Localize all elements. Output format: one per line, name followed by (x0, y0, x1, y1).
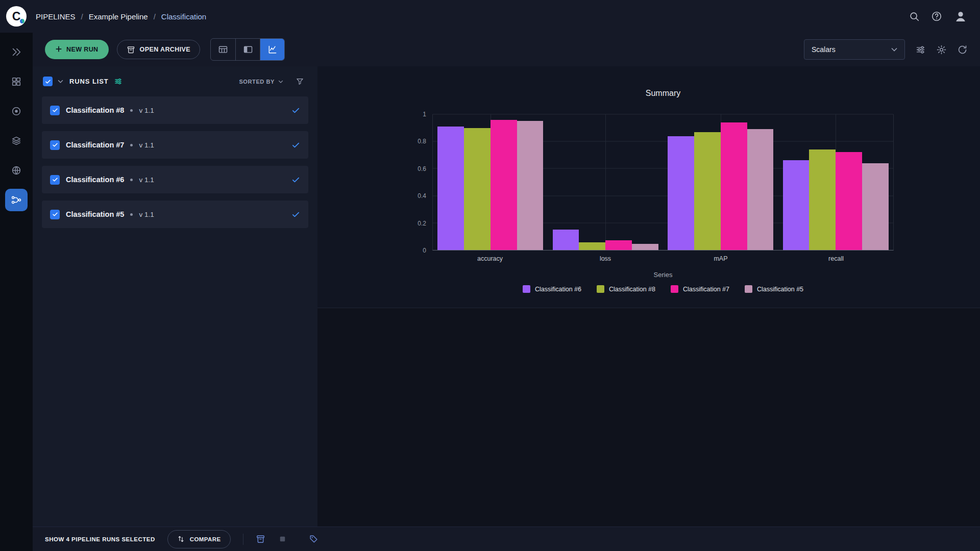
new-run-button[interactable]: NEW RUN (45, 40, 109, 59)
projects-icon (11, 46, 22, 58)
legend-label: Classification #7 (683, 286, 729, 293)
x-tick-label: mAP (663, 255, 778, 262)
compare-label: COMPARE (190, 536, 221, 542)
separator-dot (130, 213, 133, 216)
x-axis-labels: accuracylossmAPrecall (432, 255, 894, 262)
filter-funnel-icon[interactable] (296, 77, 304, 86)
run-version: v 1.1 (139, 107, 154, 114)
bar-classification-5-loss[interactable] (632, 244, 658, 250)
bar-classification-5-accuracy[interactable] (517, 121, 544, 250)
select-all-caret-icon[interactable] (58, 80, 63, 83)
main-area: Summary 00.20.40.60.81 accuracylossmAPre… (317, 66, 980, 527)
reports-icon (11, 76, 22, 87)
run-name[interactable]: Classification #8 (66, 106, 124, 114)
sorted-by-dropdown[interactable]: SORTED BY (239, 79, 283, 85)
runs-settings-icon[interactable] (114, 77, 122, 86)
sidebar-item-reports[interactable] (5, 70, 28, 93)
bar-classification-8-accuracy[interactable] (464, 128, 491, 250)
runs-list-panel: RUNS LIST SORTED BY Classification #8 (33, 66, 317, 527)
sidebar-item-projects[interactable] (5, 41, 28, 63)
help-icon[interactable] (931, 11, 942, 22)
y-tick-label: 1 (423, 111, 426, 118)
run-selected-check-icon (291, 141, 300, 149)
bar-classification-8-mAP[interactable] (694, 132, 721, 250)
legend-item[interactable]: Classification #7 (671, 285, 729, 293)
footer-divider (243, 534, 243, 545)
run-name[interactable]: Classification #6 (66, 176, 124, 184)
top-bar: C PIPELINESExample PipelineClassificatio… (0, 0, 980, 33)
select-all-checkbox[interactable] (43, 77, 53, 86)
split-view-icon[interactable] (235, 39, 260, 60)
sidebar-item-pipelines[interactable] (5, 189, 28, 211)
sidebar-item-models[interactable] (5, 159, 28, 182)
toolbar: NEW RUN OPEN ARCHIVE (33, 33, 980, 66)
run-checkbox[interactable] (50, 140, 60, 150)
settings-gear-icon[interactable] (936, 44, 947, 55)
tasks-icon (11, 106, 22, 117)
bar-classification-6-accuracy[interactable] (437, 127, 464, 250)
bar-classification-7-recall[interactable] (836, 152, 862, 250)
run-list-item[interactable]: Classification #6 v 1.1 (42, 166, 308, 193)
sidebar-item-tasks[interactable] (5, 100, 28, 122)
open-archive-button[interactable]: OPEN ARCHIVE (117, 40, 201, 59)
bar-classification-5-mAP[interactable] (747, 129, 774, 250)
bar-classification-5-recall[interactable] (862, 163, 889, 250)
tune-icon[interactable] (915, 44, 926, 55)
auto-refresh-icon[interactable] (957, 44, 968, 55)
sorted-by-label: SORTED BY (239, 79, 275, 85)
bar-groups (433, 114, 893, 250)
bar-classification-6-recall[interactable] (783, 160, 810, 250)
archive-icon[interactable] (256, 534, 265, 544)
plot-area (432, 114, 894, 251)
breadcrumb: PIPELINESExample PipelineClassification (36, 12, 206, 21)
y-axis: 00.20.40.60.81 (404, 114, 432, 251)
bar-classification-8-loss[interactable] (579, 242, 605, 250)
run-name[interactable]: Classification #7 (66, 141, 124, 149)
y-tick-label: 0.4 (418, 192, 426, 199)
run-selected-check-icon (291, 106, 300, 115)
bar-classification-8-recall[interactable] (809, 149, 836, 250)
legend-item[interactable]: Classification #6 (523, 285, 581, 293)
bar-classification-6-loss[interactable] (553, 230, 579, 250)
run-list-item[interactable]: Classification #7 v 1.1 (42, 131, 308, 159)
sidebar-nav (0, 33, 33, 551)
archive-icon (127, 45, 135, 54)
workspace: RUNS LIST SORTED BY Classification #8 (33, 66, 980, 527)
run-list-item[interactable]: Classification #5 v 1.1 (42, 201, 308, 228)
compare-button[interactable]: COMPARE (167, 530, 231, 548)
legend-item[interactable]: Classification #8 (597, 285, 655, 293)
scalars-chart-card: Summary 00.20.40.60.81 accuracylossmAPre… (317, 66, 980, 308)
legend-label: Classification #6 (535, 286, 581, 293)
chart-legend: Classification #6Classification #8Classi… (432, 285, 894, 293)
separator-dot (130, 109, 133, 112)
bar-classification-7-loss[interactable] (605, 240, 632, 250)
bottom-bar: SHOW 4 PIPELINE RUNS SELECTED COMPARE (33, 527, 980, 551)
user-avatar-icon[interactable] (953, 9, 968, 23)
run-checkbox[interactable] (50, 210, 60, 219)
stop-icon[interactable] (278, 534, 287, 544)
run-checkbox[interactable] (50, 106, 60, 115)
run-name[interactable]: Classification #5 (66, 210, 124, 218)
chevron-down-icon (891, 47, 897, 52)
x-tick-label: loss (548, 255, 663, 262)
new-run-label: NEW RUN (66, 46, 99, 53)
breadcrumb-item[interactable]: PIPELINES (36, 12, 89, 21)
empty-area (317, 308, 980, 527)
tag-icon[interactable] (309, 534, 318, 544)
bar-classification-6-mAP[interactable] (668, 136, 694, 250)
bar-classification-7-mAP[interactable] (721, 122, 747, 250)
scalars-view-icon[interactable] (260, 39, 284, 60)
run-list-item[interactable]: Classification #8 v 1.1 (42, 96, 308, 124)
y-tick-label: 0.2 (418, 220, 426, 227)
legend-item[interactable]: Classification #5 (745, 285, 803, 293)
metric-variant-select[interactable]: Scalars (804, 39, 905, 60)
run-checkbox[interactable] (50, 175, 60, 185)
search-icon[interactable] (909, 11, 920, 22)
sidebar-item-datasets[interactable] (5, 130, 28, 152)
table-view-icon[interactable] (211, 39, 235, 60)
breadcrumb-item[interactable]: Example Pipeline (89, 12, 161, 21)
run-version: v 1.1 (139, 211, 154, 218)
legend-swatch (671, 285, 678, 293)
clearml-logo[interactable]: C (6, 6, 27, 27)
bar-classification-7-accuracy[interactable] (491, 120, 517, 250)
